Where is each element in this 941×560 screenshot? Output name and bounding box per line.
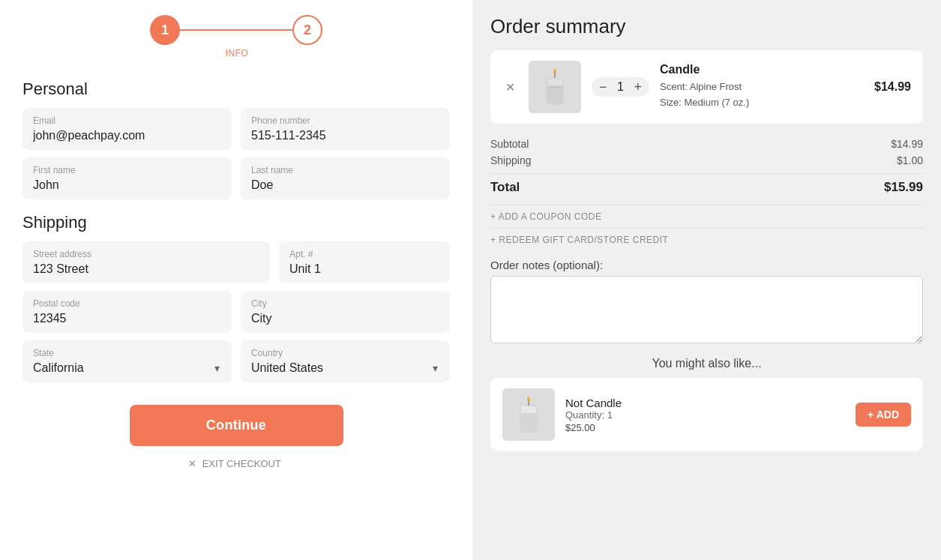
lastname-label: Last name (251, 165, 439, 175)
step-line (180, 29, 292, 31)
postal-field[interactable]: Postal code (22, 291, 232, 333)
step-1-label: INFO (226, 48, 249, 58)
state-field[interactable]: State California New York Texas ▾ (22, 340, 232, 382)
suggestion-qty: Quantity: 1 (565, 409, 845, 421)
firstname-field[interactable]: First name (22, 157, 232, 199)
quantity-value: 1 (613, 80, 628, 94)
state-label: State (33, 348, 221, 358)
street-field[interactable]: Street address (22, 241, 270, 283)
continue-button[interactable]: Continue (130, 405, 343, 446)
street-label: Street address (33, 249, 259, 259)
shipping-label: Shipping (490, 154, 532, 166)
suggestion-name: Not Candle (565, 397, 845, 409)
gift-card-link[interactable]: + REDEEM GIFT CARD/STORE CREDIT (490, 228, 923, 251)
street-apt-row: Street address Apt. # (22, 241, 450, 283)
suggestion-image (502, 388, 555, 441)
product-size: Size: Medium (7 oz.) (660, 95, 864, 111)
firstname-input[interactable] (33, 178, 221, 192)
firstname-label: First name (33, 165, 221, 175)
totals-section: Subtotal $14.99 Shipping $1.00 Total $15… (490, 136, 923, 197)
lastname-input[interactable] (251, 178, 439, 192)
apt-field[interactable]: Apt. # (279, 241, 450, 283)
email-label: Email (33, 115, 221, 126)
x-icon: ✕ (188, 458, 196, 469)
stepper: 1 2 INFO (22, 15, 450, 58)
personal-heading: Personal (22, 79, 450, 99)
remove-item-button[interactable]: ✕ (502, 80, 518, 94)
state-country-row: State California New York Texas ▾ Countr… (22, 340, 450, 382)
phone-field[interactable]: Phone number (241, 108, 450, 150)
shipping-heading: Shipping (22, 213, 450, 232)
exit-checkout-link[interactable]: ✕ EXIT CHECKOUT (22, 458, 450, 469)
svg-rect-4 (548, 87, 562, 88)
product-price: $14.99 (874, 80, 911, 94)
subtotal-label: Subtotal (490, 138, 529, 150)
step-2-circle: 2 (292, 15, 322, 45)
email-field[interactable]: Email (22, 108, 232, 150)
coupon-link[interactable]: + ADD A COUPON CODE (490, 205, 923, 228)
order-summary-panel: Order summary ✕ − 1 + Candle Scent: Alpi… (472, 0, 941, 560)
apt-label: Apt. # (289, 249, 439, 259)
order-notes-label: Order notes (optional): (490, 259, 923, 271)
suggestion-candle-icon (510, 392, 547, 437)
city-input[interactable] (251, 312, 439, 325)
total-value: $15.99 (884, 180, 923, 195)
phone-label: Phone number (251, 115, 439, 126)
shipping-value: $1.00 (897, 154, 923, 166)
email-phone-row: Email Phone number (22, 108, 450, 150)
postal-city-row: Postal code City (22, 291, 450, 333)
lastname-field[interactable]: Last name (241, 157, 450, 199)
product-image (529, 61, 581, 113)
decrease-qty-button[interactable]: − (599, 80, 607, 94)
subtotal-row: Subtotal $14.99 (490, 136, 923, 152)
checkout-left-panel: 1 2 INFO Personal Email Phone number Fir… (0, 0, 472, 560)
suggestion-price: $25.00 (565, 422, 845, 433)
name-row: First name Last name (22, 157, 450, 199)
product-scent: Scent: Alpine Frost (660, 79, 864, 95)
city-field[interactable]: City (241, 291, 450, 333)
email-input[interactable] (33, 129, 221, 142)
suggestion-details: Not Candle Quantity: 1 $25.00 (565, 397, 845, 433)
order-notes-input[interactable] (490, 276, 923, 343)
subtotal-value: $14.99 (891, 138, 923, 150)
quantity-controls: − 1 + (592, 77, 649, 97)
product-details: Candle Scent: Alpine Frost Size: Medium … (660, 63, 864, 111)
svg-point-8 (527, 397, 530, 401)
increase-qty-button[interactable]: + (634, 80, 643, 94)
state-select[interactable]: California New York Texas (33, 361, 221, 374)
apt-input[interactable] (289, 262, 439, 276)
country-select[interactable]: United States Canada United Kingdom (251, 361, 439, 374)
total-label: Total (490, 180, 520, 195)
phone-input[interactable] (251, 129, 439, 142)
product-card: ✕ − 1 + Candle Scent: Alpine Frost Size:… (490, 50, 923, 124)
total-row: Total $15.99 (490, 173, 923, 197)
country-field[interactable]: Country United States Canada United King… (241, 340, 450, 382)
city-label: City (251, 298, 439, 309)
order-summary-title: Order summary (490, 15, 923, 38)
candle-image-icon (536, 64, 574, 109)
suggestion-card: Not Candle Quantity: 1 $25.00 + ADD (490, 378, 923, 451)
country-label: Country (251, 348, 439, 358)
also-like-title: You might also like... (490, 357, 923, 370)
street-input[interactable] (33, 262, 259, 276)
svg-point-3 (553, 69, 556, 73)
postal-label: Postal code (33, 298, 221, 309)
step-1-circle: 1 (150, 15, 180, 45)
svg-rect-6 (520, 413, 537, 432)
product-name: Candle (660, 63, 864, 76)
svg-rect-1 (547, 85, 563, 104)
add-suggestion-button[interactable]: + ADD (856, 403, 911, 427)
postal-input[interactable] (33, 312, 221, 325)
shipping-row: Shipping $1.00 (490, 152, 923, 169)
